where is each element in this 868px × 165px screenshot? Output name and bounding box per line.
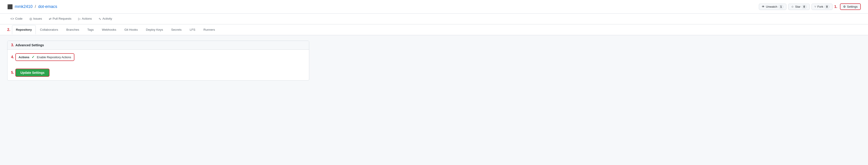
tab-runners-label: Runners [204, 28, 215, 31]
fork-icon: ⑂ [814, 5, 816, 8]
fork-label: Fork [817, 5, 823, 8]
annotation-label-4: 4. [11, 55, 14, 59]
annotation-label-3: 3. [11, 43, 14, 47]
tab-webhooks[interactable]: Webhooks [98, 25, 120, 34]
enable-actions-row[interactable]: Actions ✓ Enable Repository Actions [16, 53, 74, 61]
settings-tabs: 2. Repository Collaborators Branches Tag… [0, 24, 868, 35]
tab-repository[interactable]: Repository [12, 25, 36, 34]
unwatch-icon: 👁 [762, 5, 765, 8]
annotation-label-5: 5. [11, 71, 14, 75]
nav-code-label: Code [15, 17, 22, 20]
update-settings-label: Update Settings [20, 71, 44, 74]
repo-icon: ⬛ [7, 4, 13, 9]
top-actions: 👁 Unwatch 1 ☆ Star 0 ⑂ Fork 0 1. ⚙ Setti… [759, 3, 861, 10]
fork-button[interactable]: ⑂ Fork 0 [811, 4, 833, 10]
nav-issues-label: Issues [33, 17, 42, 20]
code-icon: <> [10, 17, 14, 21]
nav-issues[interactable]: ◎ Issues [26, 15, 45, 23]
actions-icon: ▷ [78, 17, 81, 21]
repo-name-link[interactable]: dot-emacs [38, 4, 57, 9]
nav-actions-label: Actions [82, 17, 92, 20]
tab-deploy-keys[interactable]: Deploy Keys [142, 25, 167, 34]
pull-requests-icon: ⇄ [49, 17, 52, 21]
tab-secrets[interactable]: Secrets [167, 25, 185, 34]
enable-repository-actions-label: Enable Repository Actions [37, 56, 71, 59]
top-bar: ⬛ mmk2410 / dot-emacs 👁 Unwatch 1 ☆ Star… [0, 0, 868, 13]
nav-activity-label: Activity [102, 17, 112, 20]
annotation-label-1: 1. [834, 5, 837, 9]
update-row: 5. Update Settings [7, 67, 309, 80]
nav-pull-requests-label: Pull Requests [53, 17, 71, 20]
tab-tags-label: Tags [87, 28, 94, 31]
tab-repository-label: Repository [16, 28, 32, 31]
check-icon: ✓ [32, 55, 35, 59]
tab-git-hooks[interactable]: Git Hooks [121, 25, 142, 34]
nav-activity[interactable]: ∿ Activity [95, 15, 115, 23]
star-label: Star [795, 5, 800, 8]
star-button[interactable]: ☆ Star 0 [788, 4, 810, 10]
nav-code[interactable]: <> Code [7, 15, 26, 23]
nav-bar: <> Code ◎ Issues ⇄ Pull Requests ▷ Actio… [0, 13, 868, 24]
tab-branches[interactable]: Branches [62, 25, 83, 34]
section-content: 4. Actions ✓ Enable Repository Actions [7, 50, 309, 67]
repo-owner-link[interactable]: mmk2410 [15, 4, 33, 9]
section-header: 3. Advanced Settings [7, 41, 309, 50]
tab-tags[interactable]: Tags [84, 25, 98, 34]
tab-collaborators[interactable]: Collaborators [36, 25, 62, 34]
unwatch-count: 1 [778, 5, 784, 8]
star-icon: ☆ [791, 5, 794, 8]
repo-separator: / [35, 4, 36, 9]
settings-label: Settings [847, 5, 858, 8]
unwatch-button[interactable]: 👁 Unwatch 1 [759, 4, 786, 10]
star-count: 0 [802, 5, 807, 8]
tab-git-hooks-label: Git Hooks [124, 28, 138, 31]
section-title: Advanced Settings [16, 43, 44, 47]
tab-lfs-label: LFS [190, 28, 195, 31]
annotation-label-2: 2. [7, 28, 10, 32]
tab-webhooks-label: Webhooks [102, 28, 116, 31]
issues-icon: ◎ [29, 17, 32, 21]
update-settings-button[interactable]: Update Settings [16, 69, 50, 77]
tab-branches-label: Branches [66, 28, 79, 31]
tab-deploy-keys-label: Deploy Keys [146, 28, 163, 31]
tab-runners[interactable]: Runners [199, 25, 219, 34]
tab-secrets-label: Secrets [171, 28, 182, 31]
activity-icon: ∿ [98, 17, 101, 21]
actions-row-wrapper: 4. Actions ✓ Enable Repository Actions [11, 53, 305, 61]
actions-row-label: Actions [19, 56, 29, 59]
advanced-settings-section: 3. Advanced Settings 4. Actions ✓ Enable… [7, 41, 309, 80]
nav-actions[interactable]: ▷ Actions [75, 15, 95, 23]
nav-pull-requests[interactable]: ⇄ Pull Requests [46, 15, 74, 23]
tab-lfs[interactable]: LFS [186, 25, 199, 34]
unwatch-label: Unwatch [766, 5, 777, 8]
settings-button[interactable]: ⚙ Settings [840, 3, 861, 10]
repo-title: ⬛ mmk2410 / dot-emacs [7, 4, 759, 9]
main-content: 3. Advanced Settings 4. Actions ✓ Enable… [0, 35, 316, 90]
tab-collaborators-label: Collaborators [40, 28, 58, 31]
fork-count: 0 [825, 5, 830, 8]
settings-icon: ⚙ [843, 5, 846, 8]
